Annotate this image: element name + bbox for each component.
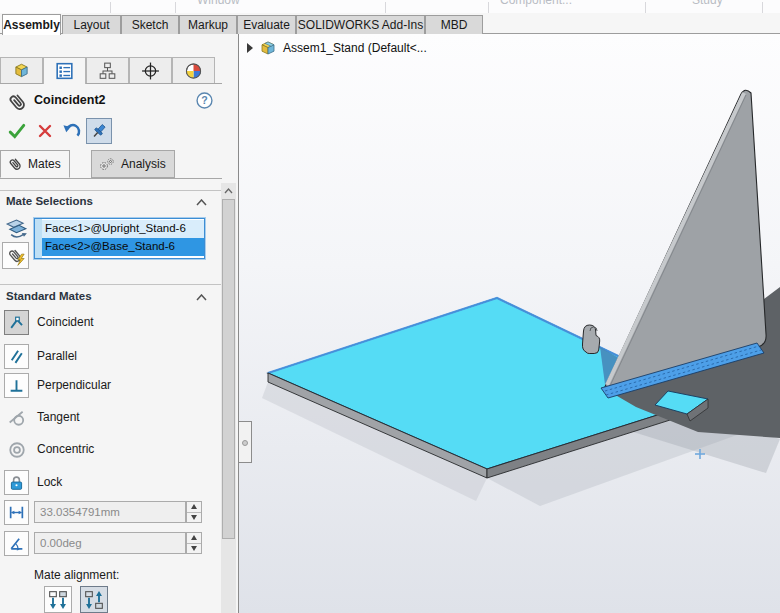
collapse-chevron-icon[interactable] — [196, 294, 207, 301]
panel-splitter-handle[interactable] — [239, 421, 252, 463]
mate-option-parallel[interactable]: Parallel — [0, 344, 215, 370]
splitter-grip-icon — [242, 440, 248, 446]
tab-evaluate[interactable]: Evaluate — [237, 15, 296, 34]
property-manager-tab[interactable] — [43, 57, 86, 84]
panel-scrollbar[interactable] — [221, 183, 236, 613]
property-manager-icon — [55, 62, 74, 80]
mate-title: Coincident2 — [34, 93, 106, 107]
perpendicular-icon — [4, 373, 29, 398]
selection-item-base[interactable]: Face<2>@Base_Stand-6 — [42, 238, 204, 256]
toolbar-separator — [488, 2, 489, 13]
3d-model-scene[interactable] — [239, 34, 780, 613]
toolbar-item-window: Window — [197, 0, 240, 7]
display-manager-tab[interactable] — [172, 57, 215, 83]
tab-solidworks-add-ins[interactable]: SOLIDWORKS Add-Ins — [296, 15, 425, 34]
undo-button[interactable] — [58, 118, 84, 144]
appearances-icon — [184, 62, 203, 80]
help-icon[interactable]: ? — [196, 92, 213, 109]
mates-analysis-tabs: Mates Analysis — [0, 150, 222, 179]
lock-icon — [4, 470, 29, 495]
feature-tree-root[interactable]: Assem1_Stand (Default<... — [247, 40, 427, 56]
dimxpert-icon — [141, 62, 160, 80]
collapse-chevron-icon[interactable] — [196, 199, 207, 206]
anti-aligned-icon — [84, 590, 104, 610]
lock-label: Lock — [37, 475, 62, 489]
coincident-label: Coincident — [37, 315, 94, 329]
configuration-icon — [98, 62, 117, 80]
mate-selection-list[interactable]: Face<1>@Upright_Stand-6 Face<2>@Base_Sta… — [34, 218, 205, 259]
graphics-viewport[interactable]: Assem1_Stand (Default<... — [239, 34, 780, 613]
configuration-manager-tab[interactable] — [86, 57, 129, 83]
pin-button[interactable] — [86, 118, 112, 144]
cancel-button[interactable] — [32, 118, 58, 144]
toolbar-separator — [110, 2, 111, 13]
tangent-icon — [4, 405, 29, 430]
mate-actions — [0, 116, 222, 146]
distance-spinner[interactable] — [186, 501, 202, 523]
manager-tab-bar — [0, 57, 222, 84]
selection-item-upright[interactable]: Face<1>@Upright_Stand-6 — [42, 220, 204, 238]
tab-sketch[interactable]: Sketch — [121, 15, 179, 34]
feature-manager-tab[interactable] — [0, 57, 43, 83]
mate-entities-icon — [3, 216, 30, 240]
mate-header: Coincident2 ? — [0, 90, 222, 114]
expand-arrow-icon[interactable] — [247, 43, 253, 53]
spin-up-icon[interactable] — [187, 502, 201, 512]
concentric-label: Concentric — [37, 442, 94, 456]
group-divider — [0, 190, 222, 191]
selection-gutter — [35, 219, 42, 258]
mate-option-perpendicular[interactable]: Perpendicular — [0, 373, 215, 399]
aligned-button[interactable] — [44, 586, 72, 613]
ok-button[interactable] — [4, 118, 30, 144]
multi-mate-button[interactable] — [2, 242, 29, 269]
distance-mate-row: 33.0354791mm — [0, 500, 215, 524]
paperclip-lightning-icon — [6, 246, 26, 266]
parallel-icon — [4, 344, 29, 369]
scrollbar-thumb[interactable] — [222, 199, 235, 539]
mate-alignment-label: Mate alignment: — [34, 568, 119, 582]
toolbar-item-study: Study — [692, 0, 723, 7]
tab-layout[interactable]: Layout — [62, 15, 121, 34]
part-icon — [12, 62, 31, 80]
close-icon — [37, 123, 53, 139]
anti-aligned-button[interactable] — [80, 586, 108, 613]
svg-text:?: ? — [201, 94, 207, 106]
angle-mate-row: 0.00deg — [0, 531, 215, 555]
assembly-icon — [259, 40, 277, 56]
gears-icon — [98, 156, 116, 172]
paperclip-icon — [7, 156, 23, 172]
coincident-icon — [4, 310, 29, 335]
parallel-label: Parallel — [37, 349, 77, 363]
concentric-icon — [4, 437, 29, 462]
toolbar-separator — [175, 2, 176, 13]
mate-option-concentric[interactable]: Concentric — [0, 437, 215, 463]
mate-option-coincident[interactable]: Coincident — [0, 310, 215, 336]
spin-up-icon[interactable] — [187, 533, 201, 543]
tab-markup[interactable]: Markup — [179, 15, 237, 34]
distance-input[interactable]: 33.0354791mm — [34, 501, 186, 523]
scroll-up-icon[interactable] — [221, 183, 236, 198]
angle-spinner[interactable] — [186, 532, 202, 554]
tab-assembly[interactable]: Assembly — [2, 14, 61, 35]
mate-option-tangent[interactable]: Tangent — [0, 405, 215, 431]
check-icon — [8, 122, 26, 140]
tab-mates[interactable]: Mates — [0, 150, 70, 178]
perpendicular-label: Perpendicular — [37, 378, 111, 392]
assembly-tree-label[interactable]: Assem1_Stand (Default<... — [283, 41, 427, 55]
tab-divider — [0, 178, 222, 179]
solidworks-window: Window Component... Study Assembly Layou… — [0, 0, 780, 613]
angle-input[interactable]: 0.00deg — [34, 532, 186, 554]
top-toolbar-strip: Window Component... Study — [0, 0, 780, 13]
dimxpert-manager-tab[interactable] — [129, 57, 172, 83]
angle-icon[interactable] — [4, 531, 29, 556]
toolbar-separator — [645, 2, 646, 13]
aligned-icon — [48, 590, 68, 610]
distance-icon[interactable] — [4, 500, 29, 525]
tangent-label: Tangent — [37, 410, 80, 424]
tab-mbd[interactable]: MBD — [425, 15, 483, 34]
tab-analysis[interactable]: Analysis — [91, 150, 175, 178]
spin-down-icon[interactable] — [187, 512, 201, 523]
mate-option-lock[interactable]: Lock — [0, 470, 215, 496]
group-divider — [0, 284, 222, 285]
spin-down-icon[interactable] — [187, 543, 201, 554]
